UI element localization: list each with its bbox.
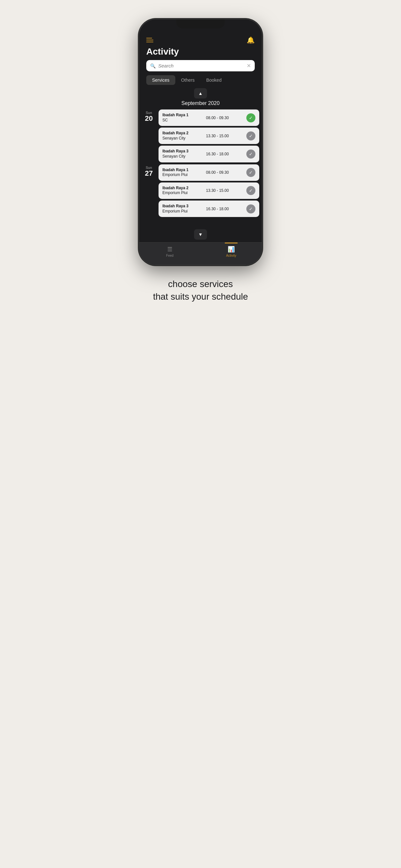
date-label-20: Sun 20 bbox=[142, 110, 156, 162]
bottom-tab-bar: ☰ Feed 📊 Activity bbox=[139, 242, 262, 265]
phone-screen: 🔔 Activity 🔍 ✕ Services Others Booked bbox=[139, 20, 262, 265]
event-name: Ibadah Raya 2 bbox=[162, 186, 189, 191]
event-check-icon: ✓ bbox=[246, 131, 255, 141]
calendar-nav-down: ▼ bbox=[139, 229, 262, 240]
event-location: Emporium Plui bbox=[162, 190, 189, 196]
schedule-list: Sun 20 Ibadah Raya 1 SC 08.00 - 09.30 ✓ bbox=[139, 110, 262, 227]
event-time: 08.00 - 09.30 bbox=[206, 170, 229, 175]
event-check-icon: ✓ bbox=[246, 168, 255, 177]
calendar-prev-button[interactable]: ▲ bbox=[194, 88, 207, 98]
month-title: September 2020 bbox=[139, 100, 262, 106]
event-time: 16.30 - 18.00 bbox=[206, 152, 229, 156]
calendar-next-button[interactable]: ▼ bbox=[194, 229, 207, 240]
calendar-nav-up: ▲ bbox=[139, 88, 262, 98]
event-card[interactable]: Ibadah Raya 3 Emporium Plui 16.30 - 18.0… bbox=[158, 200, 259, 217]
page-wrapper: 🔔 Activity 🔍 ✕ Services Others Booked bbox=[100, 0, 301, 316]
event-location: SC bbox=[162, 118, 189, 123]
event-name: Ibadah Raya 3 bbox=[162, 149, 189, 154]
tab-services[interactable]: Services bbox=[146, 75, 175, 85]
tab-others[interactable]: Others bbox=[175, 75, 201, 85]
app-content: 🔔 Activity 🔍 ✕ Services Others Booked bbox=[139, 34, 262, 265]
event-name: Ibadah Raya 1 bbox=[162, 113, 189, 118]
notification-bell-icon[interactable]: 🔔 bbox=[247, 36, 255, 44]
feed-icon: ☰ bbox=[167, 246, 173, 253]
tab-feed-label: Feed bbox=[166, 254, 174, 257]
phone-shell: 🔔 Activity 🔍 ✕ Services Others Booked bbox=[139, 20, 262, 265]
event-card[interactable]: Ibadah Raya 2 Emporium Plui 13.30 - 15.0… bbox=[158, 182, 259, 199]
search-icon: 🔍 bbox=[150, 63, 156, 68]
event-time: 13.30 - 15.00 bbox=[206, 188, 229, 193]
event-location: Emporium Plui bbox=[162, 209, 189, 214]
event-card[interactable]: Ibadah Raya 1 Emporium Plui 08.00 - 09.3… bbox=[158, 164, 259, 181]
event-time: 08.00 - 09.30 bbox=[206, 116, 229, 120]
event-location: Senayan City bbox=[162, 136, 189, 141]
day-name-27: Sun bbox=[146, 166, 152, 169]
hamburger-menu-icon[interactable] bbox=[146, 38, 153, 42]
tab-active-indicator bbox=[225, 243, 238, 244]
events-col-27: Ibadah Raya 1 Emporium Plui 08.00 - 09.3… bbox=[158, 164, 259, 217]
activity-icon: 📊 bbox=[227, 246, 235, 253]
event-info: Ibadah Raya 1 SC bbox=[162, 113, 189, 123]
day-num-20: 20 bbox=[145, 115, 153, 122]
events-col-20: Ibadah Raya 1 SC 08.00 - 09.30 ✓ Ibadah … bbox=[158, 110, 259, 162]
search-bar: 🔍 ✕ bbox=[146, 60, 255, 71]
event-card[interactable]: Ibadah Raya 2 Senayan City 13.30 - 15.00… bbox=[158, 128, 259, 144]
event-location: Emporium Plui bbox=[162, 173, 189, 178]
schedule-group-27: Sun 27 Ibadah Raya 1 Emporium Plui 08.00… bbox=[142, 164, 259, 217]
event-check-icon: ✓ bbox=[246, 113, 255, 122]
tab-activity-label: Activity bbox=[226, 254, 236, 257]
schedule-group-20: Sun 20 Ibadah Raya 1 SC 08.00 - 09.30 ✓ bbox=[142, 110, 259, 162]
filter-tabs: Services Others Booked bbox=[139, 75, 262, 85]
bottom-text-line2: that suits your schedule bbox=[153, 290, 248, 303]
search-input[interactable] bbox=[158, 63, 244, 68]
event-check-icon: ✓ bbox=[246, 186, 255, 195]
app-header: 🔔 bbox=[139, 34, 262, 46]
event-card[interactable]: Ibadah Raya 3 Senayan City 16.30 - 18.00… bbox=[158, 146, 259, 162]
tab-booked[interactable]: Booked bbox=[201, 75, 227, 85]
tab-feed[interactable]: ☰ Feed bbox=[139, 246, 201, 257]
phone-notch bbox=[176, 20, 225, 28]
event-name: Ibadah Raya 2 bbox=[162, 131, 189, 136]
search-clear-icon[interactable]: ✕ bbox=[247, 63, 251, 69]
page-title: Activity bbox=[139, 46, 262, 60]
event-time: 13.30 - 15.00 bbox=[206, 134, 229, 138]
date-label-27: Sun 27 bbox=[142, 164, 156, 217]
event-location: Senayan City bbox=[162, 154, 189, 159]
event-time: 16.30 - 18.00 bbox=[206, 207, 229, 211]
event-info: Ibadah Raya 2 Emporium Plui bbox=[162, 186, 189, 196]
event-check-icon: ✓ bbox=[246, 205, 255, 213]
event-check-icon: ✓ bbox=[246, 150, 255, 159]
event-name: Ibadah Raya 1 bbox=[162, 167, 189, 173]
event-card[interactable]: Ibadah Raya 1 SC 08.00 - 09.30 ✓ bbox=[158, 110, 259, 126]
bottom-text-line1: choose services bbox=[153, 278, 248, 290]
day-num-27: 27 bbox=[145, 169, 153, 177]
event-info: Ibadah Raya 2 Senayan City bbox=[162, 131, 189, 141]
event-name: Ibadah Raya 3 bbox=[162, 204, 189, 209]
event-info: Ibadah Raya 3 Emporium Plui bbox=[162, 204, 189, 214]
event-info: Ibadah Raya 3 Senayan City bbox=[162, 149, 189, 159]
tab-activity[interactable]: 📊 Activity bbox=[201, 246, 262, 257]
event-info: Ibadah Raya 1 Emporium Plui bbox=[162, 167, 189, 178]
bottom-text: choose services that suits your schedule bbox=[153, 278, 248, 303]
